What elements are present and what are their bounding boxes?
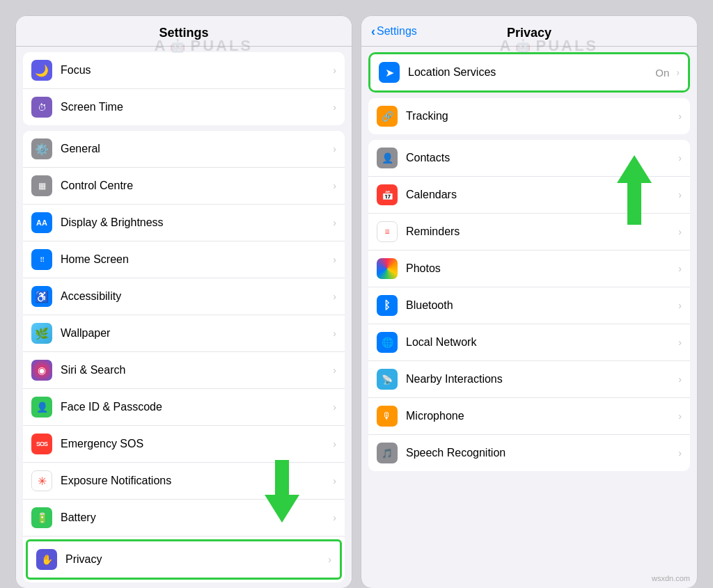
- privacy-item-speech-recognition[interactable]: 🎵 Speech Recognition ›: [368, 435, 690, 471]
- control-centre-label: Control Centre: [61, 180, 329, 192]
- sidebar-item-screen-time[interactable]: ⏱ Screen Time ›: [23, 89, 345, 125]
- emergency-sos-icon: SOS: [31, 434, 52, 454]
- exposure-label: Exposure Notifications: [61, 475, 329, 487]
- microphone-label: Microphone: [406, 410, 674, 422]
- tracking-label: Tracking: [406, 110, 674, 122]
- reminders-icon: ≡: [377, 221, 398, 242]
- local-network-icon: 🌐: [377, 332, 398, 353]
- calendars-label: Calendars: [406, 189, 674, 201]
- accessibility-icon: ♿: [31, 286, 52, 307]
- settings-title: Settings: [159, 26, 208, 40]
- face-id-icon: 👤: [31, 397, 52, 418]
- wsxdn-watermark: wsxdn.com: [652, 574, 690, 582]
- contacts-label: Contacts: [406, 152, 674, 164]
- photos-label: Photos: [406, 262, 674, 275]
- location-services-label: Location Services: [408, 66, 655, 79]
- siri-icon: ◉: [31, 360, 52, 381]
- sidebar-item-focus[interactable]: 🌙 Focus ›: [23, 52, 345, 89]
- screen-time-chevron: ›: [333, 102, 336, 113]
- reminders-label: Reminders: [406, 225, 674, 238]
- bluetooth-label: Bluetooth: [406, 299, 674, 312]
- speech-recognition-icon: 🎵: [377, 443, 398, 463]
- sidebar-item-exposure[interactable]: ✳ Exposure Notifications ›: [23, 463, 345, 500]
- sidebar-item-accessibility[interactable]: ♿ Accessibility ›: [23, 278, 345, 315]
- sidebar-item-siri-search[interactable]: ◉ Siri & Search ›: [23, 352, 345, 389]
- permissions-group: 👤 Contacts › 📅 Calendars › ≡ Reminders ›: [368, 140, 690, 471]
- group-2: ⚙️ General › ▦ Control Centre › AA Displ…: [23, 131, 345, 582]
- sidebar-item-general[interactable]: ⚙️ General ›: [23, 131, 345, 168]
- siri-label: Siri & Search: [61, 364, 329, 376]
- photos-icon: [377, 258, 398, 279]
- tracking-icon: 🔗: [377, 106, 398, 127]
- sidebar-item-home-screen[interactable]: ⠿ Home Screen ›: [23, 241, 345, 278]
- privacy-item-location-services[interactable]: ➤ Location Services On ›: [370, 54, 688, 90]
- screen-time-label: Screen Time: [61, 101, 329, 113]
- wallpaper-label: Wallpaper: [61, 327, 329, 340]
- focus-icon: 🌙: [31, 60, 52, 81]
- display-label: Display & Brightness: [61, 216, 329, 229]
- location-services-icon: ➤: [379, 62, 400, 83]
- sidebar-item-control-centre[interactable]: ▦ Control Centre ›: [23, 168, 345, 205]
- home-screen-label: Home Screen: [61, 253, 329, 266]
- settings-header: Settings A🤖PUALS: [16, 16, 352, 47]
- focus-label: Focus: [61, 64, 329, 77]
- privacy-list: ➤ Location Services On › 🔗 Tracking › 👤: [361, 47, 697, 477]
- privacy-title: Privacy: [507, 26, 551, 40]
- sidebar-item-face-id[interactable]: 👤 Face ID & Passcode ›: [23, 389, 345, 426]
- settings-panel: Settings A🤖PUALS 🌙 Focus › ⏱ Screen Time…: [15, 15, 352, 588]
- back-button[interactable]: ‹ Settings: [371, 24, 417, 38]
- microphone-icon: 🎙: [377, 406, 398, 427]
- display-icon: AA: [31, 212, 52, 233]
- emergency-sos-label: Emergency SOS: [61, 438, 329, 450]
- privacy-icon: ✋: [36, 549, 57, 570]
- contacts-icon: 👤: [377, 148, 398, 168]
- speech-recognition-label: Speech Recognition: [406, 447, 674, 459]
- sidebar-item-display-brightness[interactable]: AA Display & Brightness ›: [23, 205, 345, 241]
- accessibility-label: Accessibility: [61, 290, 329, 303]
- location-services-value: On: [655, 67, 669, 79]
- privacy-panel: ‹ Settings Privacy A🤖PUALS ➤ Location Se…: [361, 15, 698, 588]
- nearby-interactions-label: Nearby Interactions: [406, 373, 674, 386]
- wallpaper-icon: 🌿: [31, 323, 52, 344]
- calendars-icon: 📅: [377, 184, 398, 205]
- face-id-label: Face ID & Passcode: [61, 401, 329, 413]
- bluetooth-icon: ᛒ: [377, 295, 398, 316]
- main-container: Settings A🤖PUALS 🌙 Focus › ⏱ Screen Time…: [7, 7, 706, 588]
- location-services-highlight: ➤ Location Services On ›: [368, 52, 690, 93]
- privacy-item-bluetooth[interactable]: ᛒ Bluetooth ›: [368, 287, 690, 324]
- privacy-item-microphone[interactable]: 🎙 Microphone ›: [368, 398, 690, 435]
- group-1: 🌙 Focus › ⏱ Screen Time ›: [23, 52, 345, 125]
- general-label: General: [61, 143, 329, 155]
- battery-icon: 🔋: [31, 507, 52, 528]
- privacy-item-calendars[interactable]: 📅 Calendars ›: [368, 177, 690, 214]
- settings-list: 🌙 Focus › ⏱ Screen Time › ⚙️ General ›: [16, 47, 352, 588]
- privacy-item-photos[interactable]: Photos ›: [368, 251, 690, 287]
- privacy-item-tracking[interactable]: 🔗 Tracking ›: [368, 98, 690, 134]
- sidebar-item-emergency-sos[interactable]: SOS Emergency SOS ›: [23, 426, 345, 463]
- home-screen-icon: ⠿: [31, 249, 52, 270]
- back-chevron-icon: ‹: [371, 24, 375, 38]
- privacy-item-nearby-interactions[interactable]: 📡 Nearby Interactions ›: [368, 361, 690, 398]
- sidebar-item-wallpaper[interactable]: 🌿 Wallpaper ›: [23, 315, 345, 352]
- focus-chevron: ›: [333, 65, 336, 76]
- privacy-item-contacts[interactable]: 👤 Contacts ›: [368, 140, 690, 177]
- privacy-header: ‹ Settings Privacy A🤖PUALS: [361, 16, 697, 47]
- battery-label: Battery: [61, 511, 329, 524]
- nearby-interactions-icon: 📡: [377, 369, 398, 390]
- back-label: Settings: [377, 25, 417, 38]
- privacy-item-reminders[interactable]: ≡ Reminders ›: [368, 214, 690, 251]
- sidebar-item-battery[interactable]: 🔋 Battery ›: [23, 500, 345, 537]
- privacy-item-local-network[interactable]: 🌐 Local Network ›: [368, 324, 690, 361]
- screen-time-icon: ⏱: [31, 97, 52, 118]
- local-network-label: Local Network: [406, 336, 674, 349]
- sidebar-item-privacy[interactable]: ✋ Privacy ›: [26, 539, 342, 580]
- control-centre-icon: ▦: [31, 175, 52, 196]
- general-icon: ⚙️: [31, 138, 52, 159]
- exposure-icon: ✳: [31, 470, 52, 491]
- tracking-group: 🔗 Tracking ›: [368, 98, 690, 134]
- privacy-label: Privacy: [65, 553, 324, 566]
